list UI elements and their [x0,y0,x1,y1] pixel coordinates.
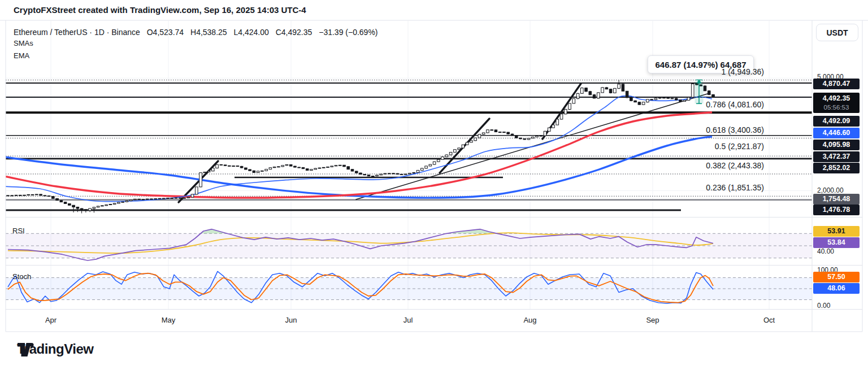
candle [318,168,321,168]
candle [294,166,297,167]
candle [355,171,358,173]
candle [31,194,34,195]
candle [191,194,194,197]
candle [44,195,46,196]
indicator-legend-ema[interactable]: EMA [14,51,29,60]
candle [171,198,173,199]
candle [101,206,104,206]
candle [503,132,506,133]
fib-label-1[interactable]: 1 (4,949.36) [640,67,764,76]
chart-legend: Ethereum / TetherUS · 1D · Binance O4,52… [14,26,378,38]
price-badge-409598: 4,095.98 [813,140,860,150]
candle [671,98,674,99]
candle [691,84,694,97]
candle [129,200,132,201]
candle [487,130,489,133]
stoch-pane[interactable] [6,271,812,303]
candle [56,198,59,200]
price-badge-147678: 1,476.78 [813,205,860,215]
candle [68,203,71,205]
candle [23,195,26,195]
candle [564,110,567,114]
candle [64,202,67,204]
sma-red-line [5,112,712,198]
candle [220,164,223,165]
price-badge-347237: 3,472.37 [813,151,860,162]
indicator-legend-smas[interactable]: SMAs [14,39,33,47]
candle [27,194,30,195]
candle [601,88,604,93]
candle [322,167,325,168]
candle [519,138,522,139]
candle [630,98,633,101]
candle [654,98,657,99]
candle [708,91,710,95]
candle [269,168,272,169]
candle [273,167,276,167]
stoch-tick-0: 0.00 [817,302,861,310]
symbol-name[interactable]: Ethereum / TetherUS · 1D · Binance [14,28,140,37]
candle [245,168,248,169]
candle [310,169,313,171]
rsi-pane[interactable] [6,229,812,260]
fib-label-0618[interactable]: 0.618 (3,400.36) [640,125,764,134]
candle [560,114,563,119]
candle [441,157,444,160]
candle [285,164,288,165]
candle [371,176,374,177]
candle [150,199,153,199]
candle [228,166,231,166]
candle [138,199,141,199]
candle [466,142,468,145]
candle [605,88,608,89]
candle [433,162,436,164]
rsi-pane-label[interactable]: RSI [12,227,25,235]
time-axis-label-may: May [151,316,185,324]
candle [203,172,206,172]
currency-toggle-button[interactable]: USDT [816,24,858,41]
candle [445,155,448,157]
candle [265,169,268,171]
candle [437,159,440,162]
candle [331,166,333,167]
time-axis-label-jun: Jun [274,316,308,324]
candle [429,164,432,166]
candle [52,197,55,199]
candle [93,207,96,208]
sma-blue-line [5,137,712,198]
price-badge-449209: 4,492.09 [813,116,860,127]
candle [351,169,354,171]
tradingview-logo[interactable]: TradingView [17,341,93,357]
candle [515,136,518,138]
fib-label-0236[interactable]: 0.236 (1,851.35) [640,183,764,192]
fib-label-0786[interactable]: 0.786 (4,081.60) [640,100,764,109]
candle [581,88,584,94]
candle [425,166,428,168]
stoch-pane-label[interactable]: Stoch [12,272,31,281]
candle [289,164,292,166]
candle [76,207,79,208]
fib-label-0382[interactable]: 0.382 (2,443.38) [640,161,764,170]
candle [663,98,666,98]
currency-label: USDT [826,28,848,37]
price-badge-285202: 2,852.02 [813,163,860,173]
candle [494,130,497,132]
rsi-badge-1: 53.84 [813,237,860,248]
candle [589,92,592,95]
candle [302,167,305,168]
ohlc-change: −31.39 (−0.69%) [319,28,377,37]
candle [162,198,165,199]
candle [97,206,99,207]
candle [261,171,264,171]
symbol-title[interactable]: Ethereum / TetherUS · 1D · Binance O4,52… [14,26,378,38]
candle [478,134,481,138]
candle [474,138,477,141]
candle [585,88,588,92]
candle [396,173,399,174]
fib-label-05[interactable]: 0.5 (2,921.87) [640,142,764,151]
attribution-text: CryptoFXStreet created with TradingView.… [14,5,306,15]
candle [618,84,620,88]
candle [409,173,411,174]
candle [507,132,510,134]
candle [548,128,550,131]
